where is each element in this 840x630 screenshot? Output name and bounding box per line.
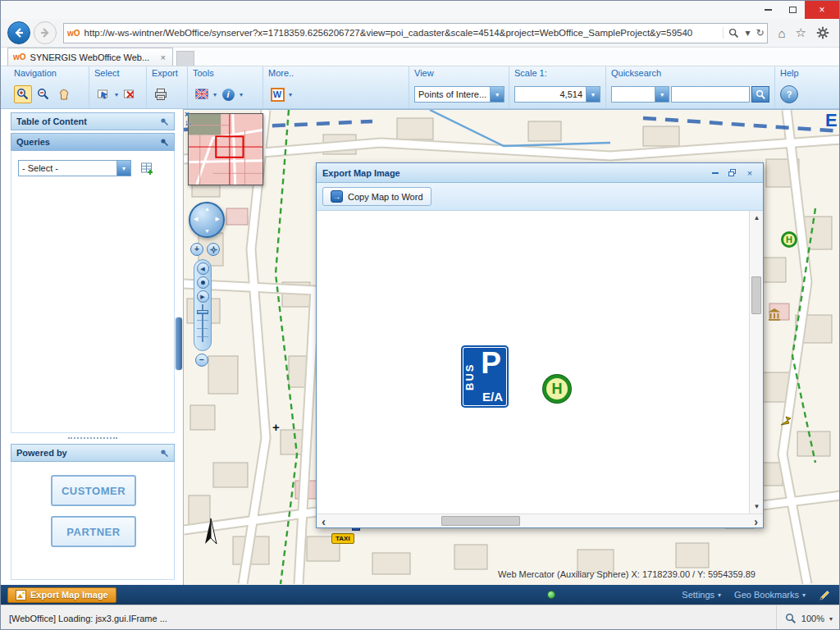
pan-left-icon[interactable]: ◀ [194,216,198,222]
zoom-out-button[interactable]: − [195,354,208,367]
pan-up-icon[interactable]: ▲ [204,206,210,212]
full-extent-button[interactable] [197,276,209,289]
url-text[interactable]: http://w-ws-wintner/WebOffice/synserver?… [84,28,724,38]
flag-icon [195,89,208,100]
clear-selection-button[interactable] [121,85,139,103]
copy-map-to-word-button[interactable]: → Copy Map to Word [322,187,431,206]
zoom-slider-thumb[interactable] [197,310,208,314]
settings-menu[interactable]: Settings ▾ [682,590,721,600]
pan-right-icon[interactable]: ▶ [216,216,220,222]
quicksearch-input[interactable] [671,86,750,103]
partner-link[interactable]: PARTNER [51,516,136,547]
scroll-up-icon[interactable]: ▲ [750,211,764,225]
overview-map[interactable] [188,113,263,185]
scroll-right-icon[interactable]: › [749,514,763,528]
map-area: × ↔ ↕ ▲ ▼ ◀ ▶ + ◀ [183,109,840,585]
previous-extent-button[interactable]: ◀ [197,262,209,275]
quicksearch-button[interactable] [751,86,769,103]
address-dropdown-icon[interactable]: ▾ [745,27,750,39]
browser-window: × wO http://w-ws-wintner/WebOffice/synse… [0,0,840,630]
favorites-star-icon[interactable]: ☆ [796,25,806,40]
overview-move-icon[interactable]: ↔ ↕ [185,119,194,128]
dialog-horizontal-scrollbar[interactable]: ‹ › [317,514,763,527]
dialog-titlebar[interactable]: Export Map Image × [317,163,763,183]
window-minimize-button[interactable] [756,1,780,19]
sidebar-splitter[interactable] [68,437,117,439]
select-features-button[interactable] [94,85,112,103]
coordinate-readout: Web Mercator (Auxiliary Sphere) X: 17182… [498,569,756,579]
word-export-button[interactable]: W [268,85,286,103]
refresh-icon[interactable]: ↻ [756,27,764,39]
horizontal-scroll-thumb[interactable] [441,516,520,526]
settings-gear-icon[interactable] [816,26,829,39]
scroll-left-icon[interactable]: ‹ [317,514,331,528]
zoom-dropdown-icon[interactable]: ▾ [829,615,833,623]
help-button[interactable]: ? [780,85,798,103]
browser-forward-button[interactable] [34,21,57,44]
pin-icon[interactable] [160,449,169,458]
home-icon[interactable]: ⌂ [778,26,785,40]
scale-combobox-dropdown-icon[interactable]: ▼ [586,87,600,102]
browser-back-button[interactable] [7,21,30,44]
vertical-scroll-thumb[interactable] [751,276,761,314]
more-dropdown-icon[interactable]: ▾ [289,91,292,98]
identify-tool-button[interactable]: i [219,85,237,103]
geo-bookmarks-menu[interactable]: Geo Bookmarks ▾ [734,590,806,600]
queries-header[interactable]: Queries [11,133,175,151]
window-titlebar[interactable]: × [1,1,839,19]
new-tab-button[interactable] [176,51,194,66]
query-select-combobox[interactable]: - Select - ▼ [18,160,131,176]
zoom-level-value: 100% [801,614,824,623]
zoom-slider[interactable] [197,304,208,342]
pin-icon[interactable] [160,117,169,126]
pan-rosette[interactable]: ▲ ▼ ◀ ▶ [189,202,225,238]
browser-tab[interactable]: wO SYNERGIS WebOffice Web... × [7,48,173,66]
dialog-restore-button[interactable] [725,167,740,180]
pin-icon[interactable] [160,138,169,147]
bus-sign-bus-text: BUS [463,349,476,404]
powered-by-header[interactable]: Powered by [11,444,175,462]
window-close-button[interactable]: × [805,1,839,19]
dialog-vertical-scrollbar[interactable]: ▲ ▼ [749,211,763,514]
redlining-tool-button[interactable] [193,85,211,103]
map-crosshair: + [272,420,280,434]
dialog-close-button[interactable]: × [742,167,757,180]
next-extent-button[interactable]: ▶ [197,290,209,303]
redline-pencil-icon[interactable] [819,589,831,601]
address-bar-icons: ▾ ↻ [723,27,764,39]
quicksearch-category-combobox[interactable]: ▼ [611,86,669,103]
browser-action-icons: ⌂ ☆ [768,25,839,40]
pan-down-icon[interactable]: ▼ [204,228,210,234]
zoom-control[interactable]: 100% ▾ [776,605,833,630]
zoom-in-button[interactable]: + [190,243,203,256]
plus-icon: + [194,245,199,253]
export-preview-area[interactable]: BUS P E/A H [317,211,749,514]
select-dropdown-icon[interactable]: ▾ [115,91,118,98]
scroll-down-icon[interactable]: ▼ [750,500,764,514]
view-combobox-dropdown-icon[interactable]: ▼ [490,87,504,102]
zoom-in-tool-button[interactable] [14,85,32,103]
address-bar[interactable]: wO http://w-ws-wintner/WebOffice/synserv… [63,23,768,43]
quicksearch-category-dropdown-icon[interactable]: ▼ [655,87,669,102]
table-of-content-header[interactable]: Table of Content [11,112,175,130]
toolbar-section-tools: Tools ▾ i ▾ [188,66,263,108]
tools-dropdown-icon[interactable]: ▾ [213,91,217,98]
query-builder-button[interactable] [138,159,156,177]
dialog-minimize-button[interactable] [708,167,723,180]
query-select-dropdown-icon[interactable]: ▼ [116,161,130,176]
zoom-out-tool-button[interactable] [34,85,52,103]
tab-close-icon[interactable]: × [159,52,167,62]
view-combobox[interactable]: Points of Intere... ▼ [414,86,504,103]
customer-link[interactable]: CUSTOMER [51,475,136,506]
export-map-image-task-button[interactable]: Export Map Image [7,587,116,603]
identify-dropdown-icon[interactable]: ▾ [240,91,243,98]
window-maximize-button[interactable] [780,1,805,19]
bus-stop-h-symbol: H [781,231,797,248]
nav-options-button[interactable] [207,243,220,256]
toolbar-section-more: More.. W ▾ [263,66,409,108]
sidebar-collapse-handle[interactable] [176,317,182,370]
search-icon[interactable] [728,28,739,39]
pan-tool-button[interactable] [55,85,73,103]
scale-combobox[interactable]: 4,514 ▼ [514,86,600,103]
print-button[interactable] [152,85,170,103]
